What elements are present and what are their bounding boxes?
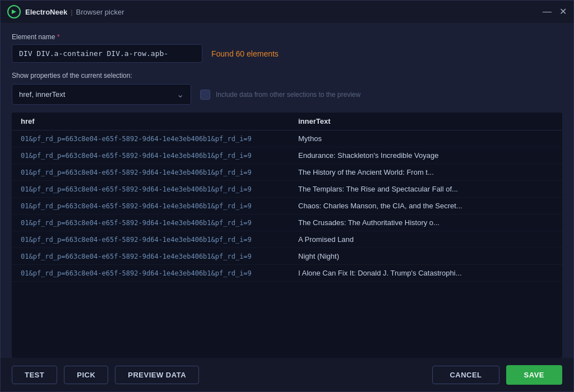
table-row[interactable]: 01&pf_rd_p=663c8e04-e65f-5892-9d64-1e4e3… [12, 248, 562, 265]
cell-innertext: The Templars: The Rise and Spectacular F… [287, 185, 553, 193]
data-table-container: href innerText 01&pf_rd_p=663c8e04-e65f-… [12, 113, 562, 358]
table-row[interactable]: 01&pf_rd_p=663c8e04-e65f-5892-9d64-1e4e3… [12, 130, 562, 147]
app-logo-icon [7, 5, 21, 18]
cell-innertext: Night (Night) [287, 252, 553, 260]
minimize-button[interactable]: — [543, 7, 552, 16]
cell-innertext: Endurance: Shackleton's Incredible Voyag… [287, 151, 553, 160]
table-row[interactable]: 01&pf_rd_p=663c8e04-e65f-5892-9d64-1e4e3… [12, 164, 562, 181]
table-row[interactable]: 01&pf_rd_p=663c8e04-e65f-5892-9d64-1e4e3… [12, 265, 562, 282]
data-table: href innerText 01&pf_rd_p=663c8e04-e65f-… [12, 113, 562, 358]
found-elements-badge: Found 60 elements [211, 49, 279, 58]
cell-href: 01&pf_rd_p=663c8e04-e65f-5892-9d64-1e4e3… [21, 152, 287, 160]
cell-href: 01&pf_rd_p=663c8e04-e65f-5892-9d64-1e4e3… [21, 202, 287, 210]
properties-row: href, innerText ⌄ Include data from othe… [12, 84, 562, 105]
cell-innertext: The History of the Ancient World: From t… [287, 168, 553, 176]
cell-href: 01&pf_rd_p=663c8e04-e65f-5892-9d64-1e4e3… [21, 219, 287, 227]
properties-label: Show properties of the current selection… [12, 72, 562, 80]
table-row[interactable]: 01&pf_rd_p=663c8e04-e65f-5892-9d64-1e4e3… [12, 231, 562, 248]
cell-innertext: Chaos: Charles Manson, the CIA, and the … [287, 202, 553, 210]
table-row[interactable]: 01&pf_rd_p=663c8e04-e65f-5892-9d64-1e4e3… [12, 214, 562, 231]
table-body: 01&pf_rd_p=663c8e04-e65f-5892-9d64-1e4e3… [12, 130, 562, 358]
cell-innertext: A Promised Land [287, 235, 553, 244]
element-name-input[interactable] [12, 44, 202, 63]
table-header: href innerText [12, 113, 562, 130]
browser-picker-window: ElectroNeek | Browser picker — ✕ Element… [0, 0, 574, 392]
close-button[interactable]: ✕ [559, 7, 567, 16]
window-title: Browser picker [76, 8, 124, 16]
window-controls: — ✕ [543, 7, 567, 16]
cell-href: 01&pf_rd_p=663c8e04-e65f-5892-9d64-1e4e3… [21, 236, 287, 244]
cell-innertext: Mythos [287, 134, 553, 143]
dropdown-value: href, innerText [19, 90, 65, 99]
title-separator: | [71, 8, 72, 16]
col-href-header: href [21, 117, 287, 125]
cell-innertext: The Crusades: The Authoritative History … [287, 218, 553, 227]
app-name: ElectroNeek [25, 8, 67, 16]
element-name-row: Found 60 elements [12, 44, 562, 63]
element-name-label: Element name * [12, 33, 562, 41]
required-star: * [57, 33, 60, 41]
cell-href: 01&pf_rd_p=663c8e04-e65f-5892-9d64-1e4e3… [21, 135, 287, 143]
include-data-label: Include data from other selections to th… [216, 91, 360, 99]
cell-href: 01&pf_rd_p=663c8e04-e65f-5892-9d64-1e4e3… [21, 253, 287, 260]
preview-data-button[interactable]: PREVIEW DATA [115, 366, 199, 384]
table-row[interactable]: 01&pf_rd_p=663c8e04-e65f-5892-9d64-1e4e3… [12, 181, 562, 198]
table-row[interactable]: 01&pf_rd_p=663c8e04-e65f-5892-9d64-1e4e3… [12, 198, 562, 214]
properties-section: Show properties of the current selection… [12, 72, 562, 105]
chevron-down-icon: ⌄ [177, 89, 184, 100]
pick-button[interactable]: PICK [64, 366, 108, 384]
table-row[interactable]: 01&pf_rd_p=663c8e04-e65f-5892-9d64-1e4e3… [12, 147, 562, 164]
save-button[interactable]: SAVE [506, 365, 562, 385]
titlebar: ElectroNeek | Browser picker — ✕ [1, 1, 573, 23]
cancel-button[interactable]: CANCEL [432, 366, 499, 384]
cell-innertext: I Alone Can Fix It: Donald J. Trump's Ca… [287, 269, 553, 277]
cell-href: 01&pf_rd_p=663c8e04-e65f-5892-9d64-1e4e3… [21, 169, 287, 176]
cell-href: 01&pf_rd_p=663c8e04-e65f-5892-9d64-1e4e3… [21, 269, 287, 277]
cell-href: 01&pf_rd_p=663c8e04-e65f-5892-9d64-1e4e3… [21, 185, 287, 193]
test-button[interactable]: TEST [12, 366, 57, 384]
include-data-checkbox[interactable] [200, 90, 210, 100]
include-data-row: Include data from other selections to th… [200, 90, 360, 100]
main-content: Element name * Found 60 elements Show pr… [1, 23, 573, 358]
properties-dropdown[interactable]: href, innerText ⌄ [12, 84, 191, 105]
col-innertext-header: innerText [287, 117, 553, 125]
footer: TEST PICK PREVIEW DATA CANCEL SAVE [1, 358, 573, 391]
